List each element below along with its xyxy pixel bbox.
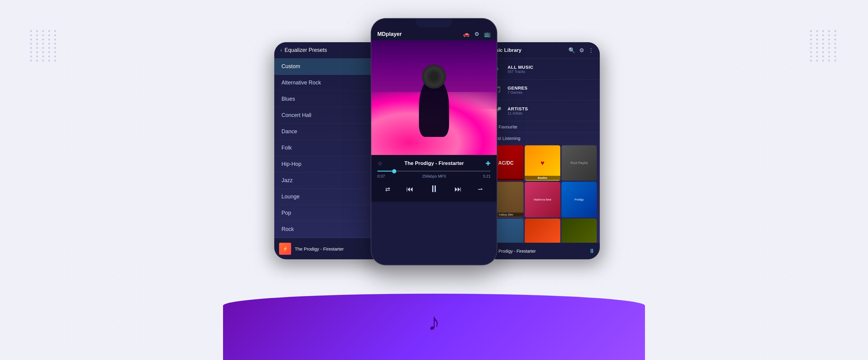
control-buttons: ⇄ ⏮ ⏸ ⏭ ⇀ bbox=[377, 181, 491, 197]
time-row: 0:37 256kbps MP3 5:21 bbox=[377, 174, 491, 179]
progress-bar[interactable] bbox=[377, 171, 491, 172]
library-sections: ♪ ALL MUSIC 557 Tracks 🎵 GENRES 7 Genres… bbox=[485, 59, 600, 144]
bottom-album-thumb: ⚡ bbox=[279, 243, 291, 255]
genres-text: GENRES 7 Genres bbox=[507, 85, 527, 95]
rewind-button[interactable]: ⏮ bbox=[406, 185, 413, 193]
all-music-section[interactable]: ♪ ALL MUSIC 557 Tracks bbox=[485, 59, 600, 80]
total-time: 5:21 bbox=[483, 174, 491, 179]
search-icon[interactable]: 🔍 bbox=[568, 47, 575, 54]
genres-subtitle: 7 Genres bbox=[507, 90, 527, 95]
bottom-track-label: The Prodigy - Firestarter bbox=[295, 246, 344, 251]
beatles-label: Beatles bbox=[525, 176, 560, 180]
track-name-label: The Prodigy - Firestarter bbox=[404, 160, 464, 167]
shuffle-button[interactable]: ⇀ bbox=[478, 185, 483, 193]
pause-button[interactable]: ⏸ bbox=[429, 183, 439, 194]
bitrate-label: 256kbps MP3 bbox=[422, 174, 446, 179]
player-app-title: MDplayer bbox=[377, 31, 402, 37]
all-music-subtitle: 557 Tracks bbox=[507, 70, 533, 74]
all-music-text: ALL MUSIC 557 Tracks bbox=[507, 64, 533, 74]
decorative-dots-right bbox=[810, 30, 838, 61]
player-header-icons: 🚗 ⚙ 📺 bbox=[463, 31, 491, 37]
more-options-icon[interactable]: ⋮ bbox=[588, 47, 594, 54]
album-prodigy[interactable]: Prodigy bbox=[561, 182, 597, 217]
current-time: 0:37 bbox=[377, 174, 385, 179]
phone-player: MDplayer 🚗 ⚙ 📺 ☆ The Prodigy bbox=[371, 18, 497, 265]
library-header-icons: 🔍 ⚙ ⋮ bbox=[568, 47, 594, 54]
progress-row bbox=[377, 171, 491, 172]
album-madonna[interactable]: Madonna Best bbox=[525, 182, 560, 217]
album-art-background bbox=[371, 40, 497, 155]
library-pause-icon[interactable]: ⏸ bbox=[589, 247, 595, 254]
album-art bbox=[371, 40, 497, 155]
forward-button[interactable]: ⏭ bbox=[455, 185, 462, 193]
repeat-button[interactable]: ⇄ bbox=[385, 185, 390, 193]
my-favourite-playlist[interactable]: My Favourite bbox=[485, 121, 600, 133]
genres-title: GENRES bbox=[507, 85, 527, 90]
artists-text: ARTISTS 11 Artists bbox=[507, 106, 528, 116]
car-icon[interactable]: 🚗 bbox=[463, 31, 470, 37]
phone-notch bbox=[416, 19, 452, 27]
phone-library: Msic Library 🔍 ⚙ ⋮ ♪ ALL MUSIC 557 Track… bbox=[485, 42, 600, 259]
eq-title: Equalizer Presets bbox=[284, 47, 327, 53]
most-listening-playlist[interactable]: Most Listening bbox=[485, 133, 600, 144]
progress-fill bbox=[377, 171, 392, 172]
progress-thumb bbox=[392, 169, 396, 173]
settings-icon[interactable]: ⚙ bbox=[474, 31, 479, 37]
add-to-playlist-icon[interactable]: ✚ bbox=[486, 160, 491, 167]
all-music-title: ALL MUSIC bbox=[507, 64, 533, 70]
favorite-icon[interactable]: ☆ bbox=[377, 160, 383, 167]
phones-container: ‹ Equalizer Presets Custom Alternative R… bbox=[238, 18, 630, 320]
album-beatles[interactable]: ♥ Beatles bbox=[525, 145, 560, 181]
album-rock-playlist[interactable]: Rock Playlist bbox=[561, 145, 597, 181]
back-arrow-icon[interactable]: ‹ bbox=[280, 47, 282, 53]
cast-icon[interactable]: 📺 bbox=[484, 31, 491, 37]
library-header: Msic Library 🔍 ⚙ ⋮ bbox=[485, 42, 600, 59]
artists-section[interactable]: 🎤 ARTISTS 11 Artists bbox=[485, 100, 600, 121]
player-controls: ☆ The Prodigy - Firestarter ✚ 0:37 256kb… bbox=[371, 155, 497, 202]
track-info-row: ☆ The Prodigy - Firestarter ✚ bbox=[377, 160, 491, 167]
bottom-bar-right: The Prodigy - Firestarter ⏸ bbox=[485, 243, 600, 259]
genres-section[interactable]: 🎵 GENRES 7 Genres bbox=[485, 80, 600, 100]
decorative-dots-left bbox=[30, 30, 58, 61]
settings-icon[interactable]: ⚙ bbox=[579, 47, 584, 54]
artists-subtitle: 11 Artists bbox=[507, 111, 528, 116]
album-grid: AC/DC ♥ Beatles Rock Playlist Fatboy Sli… bbox=[485, 144, 600, 259]
artists-title: ARTISTS bbox=[507, 106, 528, 111]
